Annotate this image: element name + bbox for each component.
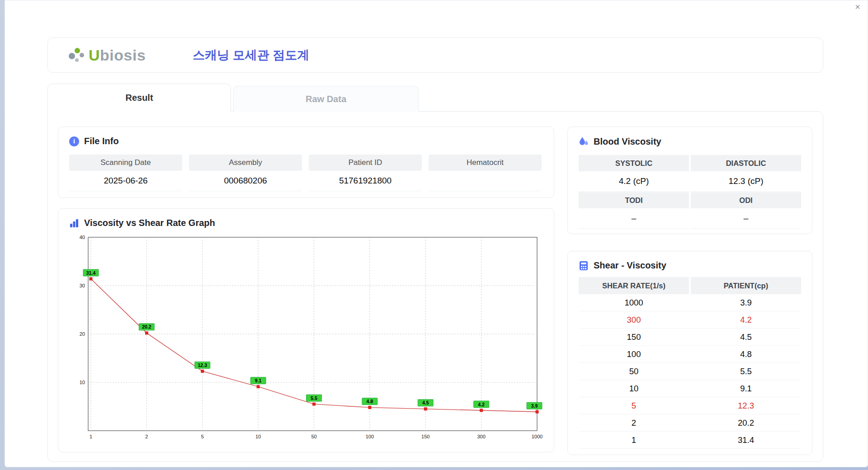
svg-text:20.2: 20.2 xyxy=(142,324,151,329)
field-value: 51761921800 xyxy=(309,171,422,191)
bar-chart-icon xyxy=(69,218,79,228)
field-hematocrit: Hematocrit xyxy=(429,155,542,191)
logo-dots-icon xyxy=(68,47,86,63)
patient-cell: 4.5 xyxy=(691,329,801,345)
svg-text:1: 1 xyxy=(90,434,92,439)
table-row: 10 9.1 xyxy=(579,380,801,397)
shear-cell: 300 xyxy=(579,311,689,328)
patient-cell: 20.2 xyxy=(691,414,801,431)
blood-viscosity-card: Blood Viscosity SYSTOLIC DIASTOLIC 4.2 (… xyxy=(567,127,812,234)
systolic-value: 4.2 (cP) xyxy=(579,171,689,191)
tab-bar: Result Raw Data xyxy=(47,83,823,112)
field-scanning-date: Scanning Date 2025-06-26 xyxy=(69,155,182,191)
table-row: 50 5.5 xyxy=(579,363,801,380)
svg-text:31.4: 31.4 xyxy=(86,270,96,276)
shear-cell: 100 xyxy=(579,346,689,362)
table-row: 100 4.8 xyxy=(579,346,801,363)
column-patient: PATIENT(cp) xyxy=(691,277,801,294)
info-icon: i xyxy=(69,136,79,146)
svg-text:2: 2 xyxy=(145,434,148,439)
shear-cell: 150 xyxy=(579,329,689,345)
content-panel: i File Info Scanning Date 2025-06-26 Ass… xyxy=(47,111,823,462)
patient-cell: 4.2 xyxy=(691,311,801,328)
field-assembly: Assembly 000680206 xyxy=(189,155,302,191)
shear-cell: 1000 xyxy=(579,294,689,311)
field-value xyxy=(429,171,542,191)
header-card: Ubiosis 스캐닝 모세관 점도계 xyxy=(47,38,823,73)
line-chart-svg: 102030401251050100150300100031.420.212.3… xyxy=(69,234,544,445)
shear-table: SHEAR RATE(1/s) PATIENT(cp) 1000 3.9 300… xyxy=(568,271,812,449)
graph-title: Viscosity vs Shear Rate Graph xyxy=(84,218,215,228)
patient-cell: 3.9 xyxy=(691,294,801,311)
field-label: Scanning Date xyxy=(69,155,182,171)
shear-cell: 2 xyxy=(579,414,689,431)
svg-text:20: 20 xyxy=(80,331,85,337)
table-row: 2 20.2 xyxy=(579,414,801,432)
field-label: Assembly xyxy=(189,155,302,171)
close-icon[interactable]: × xyxy=(855,2,860,11)
app-window: × Ubiosis 스캐닝 모세관 점도계 Result Raw Data i … xyxy=(5,0,868,467)
odi-value: – xyxy=(691,208,801,228)
table-row: 5 12.3 xyxy=(579,397,801,414)
systolic-label: SYSTOLIC xyxy=(579,155,689,171)
field-value: 000680206 xyxy=(189,171,302,191)
droplet-icon xyxy=(579,136,589,147)
patient-cell: 5.5 xyxy=(691,363,801,380)
diastolic-label: DIASTOLIC xyxy=(691,155,801,171)
blood-viscosity-grid: SYSTOLIC DIASTOLIC 4.2 (cP) 12.3 (cP) TO… xyxy=(568,147,812,228)
svg-text:150: 150 xyxy=(421,434,429,439)
ubiosis-logo: Ubiosis xyxy=(68,47,146,64)
viscosity-graph-card: Viscosity vs Shear Rate Graph 1020304012… xyxy=(58,208,554,452)
table-row: 150 4.5 xyxy=(579,329,801,346)
shear-table-header: SHEAR RATE(1/s) PATIENT(cp) xyxy=(579,277,801,294)
svg-text:4.8: 4.8 xyxy=(367,399,373,404)
table-row: 1000 3.9 xyxy=(579,294,801,311)
svg-text:50: 50 xyxy=(311,434,316,439)
patient-cell: 31.4 xyxy=(691,432,801,448)
svg-text:10: 10 xyxy=(255,434,261,439)
logo-text: Ubiosis xyxy=(89,47,146,64)
svg-text:4.5: 4.5 xyxy=(422,400,429,405)
svg-text:10: 10 xyxy=(80,380,85,385)
table-row: 300 4.2 xyxy=(579,311,801,329)
table-row: 1 31.4 xyxy=(579,432,801,449)
tab-result[interactable]: Result xyxy=(47,84,231,112)
svg-text:9.1: 9.1 xyxy=(255,378,262,383)
field-patient-id: Patient ID 51761921800 xyxy=(309,155,422,191)
svg-text:300: 300 xyxy=(477,434,485,439)
shear-cell: 1 xyxy=(579,432,689,448)
svg-text:30: 30 xyxy=(80,283,85,288)
field-value: 2025-06-26 xyxy=(69,171,182,191)
column-shear-rate: SHEAR RATE(1/s) xyxy=(579,277,689,294)
patient-cell: 9.1 xyxy=(691,380,801,397)
viscosity-chart: 102030401251050100150300100031.420.212.3… xyxy=(69,234,554,447)
svg-text:12.3: 12.3 xyxy=(198,362,208,368)
file-info-fields: Scanning Date 2025-06-26 Assembly 000680… xyxy=(58,146,554,191)
shear-cell: 50 xyxy=(579,363,689,380)
svg-text:5: 5 xyxy=(201,434,204,439)
page-title: 스캐닝 모세관 점도계 xyxy=(193,47,309,63)
todi-label: TODI xyxy=(579,192,689,208)
svg-text:3.9: 3.9 xyxy=(531,403,538,409)
patient-cell: 12.3 xyxy=(691,397,801,414)
calculator-icon xyxy=(579,261,589,271)
shear-viscosity-card: Shear - Viscosity SHEAR RATE(1/s) PATIEN… xyxy=(567,251,812,455)
svg-text:4.2: 4.2 xyxy=(478,402,485,407)
todi-value: – xyxy=(579,208,689,228)
shear-cell: 5 xyxy=(579,397,689,414)
svg-text:40: 40 xyxy=(80,235,85,240)
patient-cell: 4.8 xyxy=(691,346,801,362)
svg-text:100: 100 xyxy=(366,434,374,439)
field-label: Patient ID xyxy=(309,155,422,171)
shear-viscosity-title: Shear - Viscosity xyxy=(594,260,666,271)
field-label: Hematocrit xyxy=(429,155,542,171)
shear-cell: 10 xyxy=(579,380,689,397)
file-info-card: i File Info Scanning Date 2025-06-26 Ass… xyxy=(58,127,554,198)
diastolic-value: 12.3 (cP) xyxy=(691,171,801,191)
odi-label: ODI xyxy=(691,192,801,208)
svg-text:1000: 1000 xyxy=(532,434,542,439)
file-info-title: File Info xyxy=(84,136,119,146)
svg-text:5.5: 5.5 xyxy=(311,395,317,401)
blood-viscosity-title: Blood Viscosity xyxy=(594,136,661,147)
tab-raw-data[interactable]: Raw Data xyxy=(233,86,419,112)
